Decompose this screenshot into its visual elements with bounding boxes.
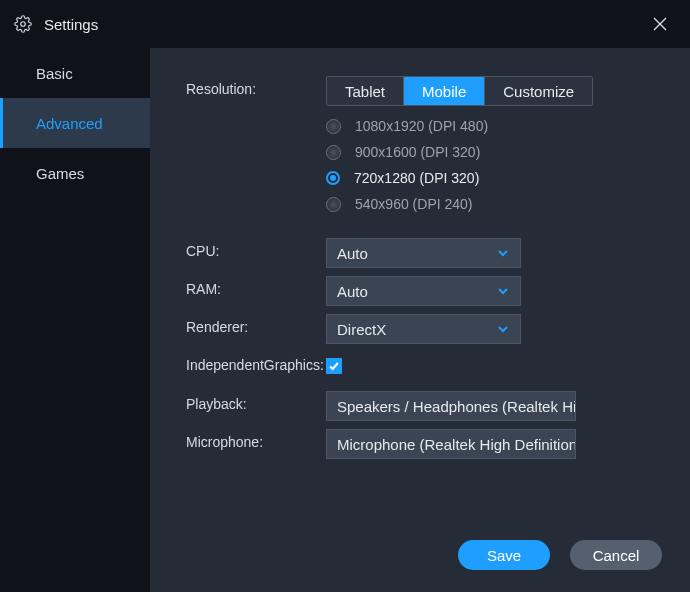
close-icon [653, 17, 667, 31]
save-button[interactable]: Save [458, 540, 550, 570]
microphone-label: Microphone: [186, 429, 326, 459]
resolution-option[interactable]: 720x1280 (DPI 320) [326, 170, 662, 186]
select-value: Microphone (Realtek High Definition Audi… [337, 436, 576, 453]
radio-icon [326, 119, 341, 134]
radio-label: 900x1600 (DPI 320) [355, 144, 480, 160]
playback-select[interactable]: Speakers / Headphones (Realtek High Defi… [326, 391, 576, 421]
select-value: DirectX [337, 321, 386, 338]
microphone-select[interactable]: Microphone (Realtek High Definition Audi… [326, 429, 576, 459]
select-value: Auto [337, 245, 368, 262]
select-value: Speakers / Headphones (Realtek High Defi… [337, 398, 576, 415]
check-icon [328, 360, 340, 372]
independent-graphics-checkbox[interactable] [326, 358, 342, 374]
radio-label: 540x960 (DPI 240) [355, 196, 473, 212]
chevron-down-icon [496, 246, 510, 260]
sidebar-item-games[interactable]: Games [0, 148, 150, 198]
radio-icon [326, 145, 341, 160]
sidebar-item-basic[interactable]: Basic [0, 48, 150, 98]
close-button[interactable] [644, 8, 676, 40]
footer: Save Cancel [458, 540, 662, 570]
resolution-option[interactable]: 900x1600 (DPI 320) [326, 144, 662, 160]
select-value: Auto [337, 283, 368, 300]
radio-icon [326, 197, 341, 212]
resolution-option[interactable]: 1080x1920 (DPI 480) [326, 118, 662, 134]
tab-mobile[interactable]: Mobile [404, 77, 485, 105]
cpu-select[interactable]: Auto [326, 238, 521, 268]
window-title: Settings [44, 16, 98, 33]
renderer-label: Renderer: [186, 314, 326, 344]
gear-icon [14, 15, 32, 33]
playback-label: Playback: [186, 391, 326, 421]
chevron-down-icon [496, 322, 510, 336]
sidebar-item-advanced[interactable]: Advanced [0, 98, 150, 148]
independent-graphics-label: IndependentGraphics: [186, 352, 326, 375]
renderer-select[interactable]: DirectX [326, 314, 521, 344]
main-panel: Resolution: Tablet Mobile Customize 1080… [150, 48, 690, 592]
titlebar: Settings [0, 0, 690, 48]
tab-customize[interactable]: Customize [485, 77, 592, 105]
ram-select[interactable]: Auto [326, 276, 521, 306]
svg-point-0 [21, 22, 26, 27]
chevron-down-icon [496, 284, 510, 298]
resolution-tabs: Tablet Mobile Customize [326, 76, 593, 106]
radio-label: 1080x1920 (DPI 480) [355, 118, 488, 134]
tab-tablet[interactable]: Tablet [327, 77, 404, 105]
cpu-label: CPU: [186, 238, 326, 268]
resolution-option[interactable]: 540x960 (DPI 240) [326, 196, 662, 212]
radio-label: 720x1280 (DPI 320) [354, 170, 479, 186]
ram-label: RAM: [186, 276, 326, 306]
radio-icon [326, 171, 340, 185]
resolution-options: 1080x1920 (DPI 480) 900x1600 (DPI 320) 7… [326, 118, 662, 212]
sidebar: Basic Advanced Games [0, 48, 150, 592]
cancel-button[interactable]: Cancel [570, 540, 662, 570]
resolution-label: Resolution: [186, 76, 326, 222]
